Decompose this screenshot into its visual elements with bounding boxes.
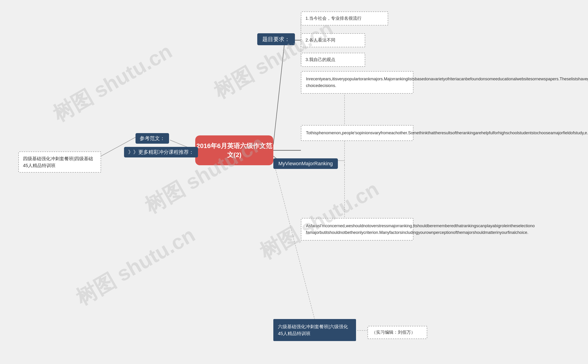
text-box-intro: Inrecentyears,itisverypopulartorankmajor…	[301, 71, 413, 94]
topic-item-2: 2.各人看法不同	[301, 33, 365, 47]
connector-lines	[0, 0, 588, 364]
bottom-course-box: 六级基础强化冲刺套餐班|六级强化45人精品特训班	[273, 319, 356, 341]
center-node: 2016年6月英语六级作文范文(2)	[195, 135, 273, 165]
svg-line-6	[273, 40, 285, 145]
svg-line-21	[273, 161, 317, 328]
topic-label: 题目要求：	[257, 33, 295, 45]
bottom-left-course-box: 四级基础强化冲刺套餐班|四级基础45人精品特训班	[18, 151, 101, 173]
text-box-opinions: Tothisphenomenon,people'sopinionsvaryfro…	[301, 125, 413, 141]
topic-item-3: 3.我自己的观点	[301, 53, 365, 67]
editor-credit-box: （实习编辑：刘佰万）	[368, 326, 427, 339]
topic-item-1: 1.当今社会，专业排名很流行	[301, 12, 388, 26]
myview-label: MyViewonMajorRanking	[273, 158, 338, 169]
watermark-1: 树图 shutu.cn	[48, 37, 177, 128]
text-box-conclusion: AsfarasI'mconcerned,weshouldnotoverstres…	[301, 218, 413, 240]
ref-label: 参考范文：	[136, 133, 169, 144]
more-courses-label: 》》更多精彩冲分课程推荐：	[124, 147, 198, 157]
watermark-3: 树图 shutu.cn	[71, 221, 200, 312]
